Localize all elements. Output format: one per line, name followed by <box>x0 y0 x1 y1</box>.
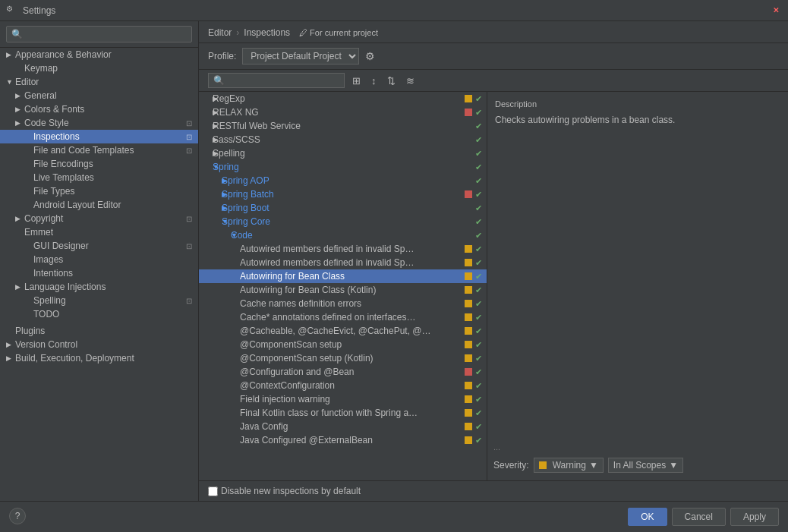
sidebar-item-build-exec[interactable]: ▶ Build, Execution, Deployment <box>0 351 198 365</box>
help-button[interactable]: ? <box>9 508 26 524</box>
insp-item-spring-aop[interactable]: ▶ Spring AOP ✔ <box>199 174 487 187</box>
insp-item-autowiring-kotlin[interactable]: Autowiring for Bean Class (Kotlin) ✔ <box>199 283 487 297</box>
sidebar-item-general[interactable]: ▶ General <box>0 89 198 102</box>
toolbar-row: ⊞ ↕ ⇅ ≋ <box>199 70 788 92</box>
insp-item-spring-boot[interactable]: ▶ Spring Boot ✔ <box>199 201 487 215</box>
insp-item-component-scan[interactable]: @ComponentScan setup ✔ <box>199 338 487 351</box>
apply-button[interactable]: Apply <box>730 508 779 526</box>
sidebar-item-android-layout[interactable]: Android Layout Editor <box>0 198 198 212</box>
close-button[interactable]: ✕ <box>770 5 782 17</box>
severity-dot <box>465 190 472 198</box>
insp-item-field-injection[interactable]: Field injection warning ✔ <box>199 392 487 406</box>
insp-label: Final Kotlin class or function with Spri… <box>240 408 462 418</box>
insp-item-config-bean[interactable]: @Configuration and @Bean ✔ <box>199 365 487 379</box>
severity-dot <box>465 368 472 376</box>
insp-item-autowired2[interactable]: Autowired members defined in invalid Sp…… <box>199 256 487 269</box>
severity-dot <box>465 245 472 253</box>
check-icon: ✔ <box>475 190 482 200</box>
ok-button[interactable]: OK <box>628 508 667 526</box>
insp-item-spring-batch[interactable]: ▶ Spring Batch ✔ <box>199 187 487 201</box>
sort2-button[interactable]: ⇅ <box>384 74 399 88</box>
insp-item-spelling[interactable]: ▶ Spelling ✔ <box>199 146 487 160</box>
profile-gear-button[interactable]: ⚙ <box>365 50 375 62</box>
cancel-button[interactable]: Cancel <box>672 508 726 526</box>
sidebar-item-live-templates[interactable]: Live Templates <box>0 171 198 184</box>
sidebar-item-appearance[interactable]: ▶ Appearance & Behavior <box>0 48 198 61</box>
severity-dropdown-button[interactable]: Warning ▼ <box>534 458 604 473</box>
insp-item-cache-names[interactable]: Cache names definition errors ✔ <box>199 297 487 310</box>
insp-label: @Configuration and @Bean <box>240 367 462 377</box>
disable-inspections-checkbox-label[interactable]: Disable new inspections by default <box>208 486 361 496</box>
settings-icon: ⚙ <box>6 5 18 17</box>
sidebar-item-file-types[interactable]: File Types <box>0 184 198 198</box>
sort-button[interactable]: ↕ <box>368 74 380 88</box>
arrow-icon: ▶ <box>203 177 222 184</box>
insp-item-spring[interactable]: ▼ Spring ✔ <box>199 160 487 174</box>
insp-item-sass[interactable]: ▶ Sass/SCSS ✔ <box>199 133 487 146</box>
insp-item-regexp[interactable]: ▶ RegExp ✔ <box>199 92 487 105</box>
arrow-icon: ▶ <box>203 204 222 212</box>
profile-select[interactable]: Project Default Project <box>242 48 359 65</box>
sidebar-item-keymap[interactable]: Keymap <box>0 61 198 75</box>
sidebar-item-code-style[interactable]: ▶ Code Style ⊡ <box>0 116 198 130</box>
sidebar-item-todo[interactable]: TODO <box>0 307 198 321</box>
check-icon: ✔ <box>475 162 482 172</box>
sidebar-item-label: Code Style <box>24 118 183 128</box>
sidebar-item-version-control[interactable]: ▶ Version Control <box>0 338 198 351</box>
more-button[interactable]: ≋ <box>403 74 418 88</box>
severity-dot <box>465 341 472 348</box>
insp-item-autowired1[interactable]: Autowired members defined in invalid Sp…… <box>199 242 487 256</box>
insp-item-context-config[interactable]: @ContextConfiguration ✔ <box>199 379 487 392</box>
severity-value: Warning <box>553 460 586 471</box>
insp-label: Java Config <box>240 421 462 432</box>
sidebar-item-lang-injections[interactable]: ▶ Language Injections <box>0 280 198 294</box>
severity-dot <box>465 327 472 335</box>
for-project-label: 🖊 For current project <box>299 28 378 37</box>
insp-item-spring-core[interactable]: ▼ Spring Core ✔ <box>199 215 487 228</box>
sidebar-item-editor[interactable]: ▼ Editor <box>0 75 198 89</box>
sidebar-search-input[interactable] <box>6 26 192 42</box>
sidebar-item-plugins[interactable]: Plugins <box>0 324 198 338</box>
sidebar-item-intentions[interactable]: Intentions <box>0 266 198 280</box>
insp-label: Spelling <box>213 148 472 159</box>
insp-item-final-kotlin[interactable]: Final Kotlin class or function with Spri… <box>199 406 487 420</box>
sidebar-item-emmet[interactable]: Emmet <box>0 225 198 239</box>
sidebar-item-label: Version Control <box>15 339 192 350</box>
check-icon: ✔ <box>475 313 482 323</box>
scope-dropdown-button[interactable]: In All Scopes ▼ <box>608 458 683 473</box>
check-icon: ✔ <box>475 231 482 241</box>
insp-item-component-scan-kotlin[interactable]: @ComponentScan setup (Kotlin) ✔ <box>199 351 487 365</box>
more-link[interactable]: ... <box>493 442 782 452</box>
sidebar-item-images[interactable]: Images <box>0 253 198 266</box>
check-icon: ✔ <box>475 354 482 364</box>
insp-label: Autowired members defined in invalid Sp… <box>240 244 462 254</box>
sidebar-search-bar <box>0 21 198 48</box>
sidebar-item-colors-fonts[interactable]: ▶ Colors & Fonts <box>0 102 198 116</box>
insp-item-java-config[interactable]: Java Config ✔ <box>199 420 487 433</box>
sidebar-item-gui-designer[interactable]: GUI Designer ⊡ <box>0 239 198 253</box>
insp-item-java-configured-bean[interactable]: Java Configured @ExternalBean ✔ <box>199 433 487 447</box>
sidebar-item-label: Copyright <box>24 213 183 224</box>
disable-inspections-checkbox[interactable] <box>208 486 218 496</box>
sidebar-item-inspections[interactable]: Inspections ⊡ <box>0 130 198 143</box>
sidebar-item-spelling[interactable]: Spelling ⊡ <box>0 294 198 307</box>
arrow-icon: ▶ <box>203 136 213 143</box>
insp-item-cacheable[interactable]: @Cacheable, @CacheEvict, @CachePut, @… ✔ <box>199 324 487 338</box>
insp-item-cache-annotations[interactable]: Cache* annotations defined on interfaces… <box>199 310 487 324</box>
sidebar-item-file-code-templates[interactable]: File and Code Templates ⊡ <box>0 143 198 157</box>
insp-item-code[interactable]: ▼ Code ✔ <box>199 228 487 242</box>
scope-icon: ⊡ <box>186 133 192 141</box>
sidebar-item-copyright[interactable]: ▶ Copyright ⊡ <box>0 212 198 225</box>
filter-button[interactable]: ⊞ <box>349 74 364 88</box>
title-bar: ⚙ Settings ✕ <box>0 0 788 21</box>
insp-label: Spring <box>213 162 472 172</box>
severity-row: Severity: Warning ▼ In All Scopes ▼ <box>493 458 782 473</box>
insp-item-restful[interactable]: ▶ RESTful Web Service ✔ <box>199 119 487 133</box>
breadcrumb-separator: › <box>236 27 239 38</box>
insp-item-autowiring-bean[interactable]: Autowiring for Bean Class ✔ <box>199 269 487 283</box>
sidebar-item-file-encodings[interactable]: File Encodings <box>0 157 198 171</box>
insp-item-relax-ng[interactable]: ▶ RELAX NG ✔ <box>199 105 487 119</box>
profile-row: Profile: Project Default Project ⚙ <box>199 43 788 70</box>
sidebar-item-label: TODO <box>33 309 192 320</box>
inspection-search-input[interactable] <box>208 73 345 88</box>
